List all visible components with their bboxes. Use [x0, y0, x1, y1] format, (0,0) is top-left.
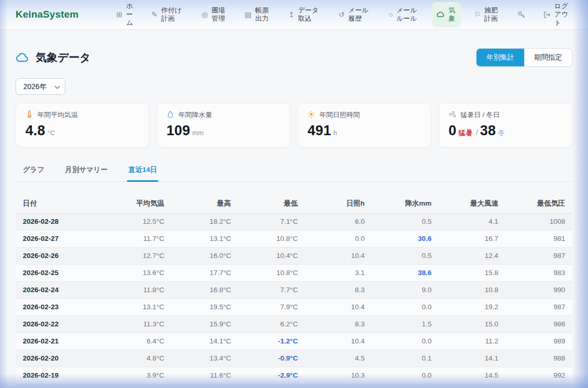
col-min-pressure: 最低気圧 [506, 194, 572, 213]
cell-min-temp: -0.9°C [239, 350, 305, 367]
card-label: 年間降水量 [178, 110, 212, 120]
nav-item-mail-rules[interactable]: ○ メールルール [384, 2, 424, 27]
cell-precipitation: 0.0 [372, 367, 439, 384]
table-row: 2026-02-2812.5°C18.2°C7.1°C6.00.54.11008 [16, 213, 572, 230]
logout-icon [543, 11, 551, 19]
cell-min-temp: 6.2°C [239, 315, 305, 333]
nav: ⊞ ホーム ✎ 作付け計画 ◎ 圃場管理 ▤ 帳票出力 ↥ データ取込 ↺ メー… [112, 0, 575, 29]
cell-avg-temp: 13.1°C [105, 298, 172, 315]
main-content: 気象データ 年別集計 期間指定 2026年 年間平均気温 4.8°C [0, 30, 588, 388]
nav-item-field-management[interactable]: ◎ 圃場管理 [197, 2, 232, 27]
tab-graph[interactable]: グラフ [22, 161, 45, 182]
cell-date: 2026-02-19 [16, 367, 105, 384]
cell-min-pressure: 983 [506, 264, 572, 281]
app-logo[interactable]: KeinaSystem [16, 9, 79, 20]
cell-sunshine: 10.4 [305, 298, 372, 315]
nav-item-weather[interactable]: 気象 [432, 2, 461, 27]
card-sunshine: 年間日照時間 491h [298, 103, 431, 148]
sun-icon [307, 110, 315, 120]
view-toggle: 年別集計 期間指定 [476, 48, 572, 67]
card-precipitation: 年間降水量 109mm [157, 103, 290, 148]
col-max-temp: 最高 [172, 194, 239, 213]
cell-min-pressure: 1008 [506, 213, 572, 230]
period-select-button[interactable]: 期間指定 [524, 49, 572, 66]
top-navigation-bar: KeinaSystem ⊞ ホーム ✎ 作付け計画 ◎ 圃場管理 ▤ 帳票出力 … [0, 0, 588, 30]
cell-date: 2026-02-22 [16, 315, 105, 333]
document-icon: ▤ [245, 10, 251, 19]
thermometer-icon [25, 110, 33, 120]
stat-cards: 年間平均気温 4.8°C 年間降水量 109mm 年間日照時間 491h [16, 103, 572, 148]
col-sunshine: 日照h [305, 194, 372, 213]
col-precipitation: 降水mm [372, 194, 439, 213]
cell-date: 2026-02-23 [16, 298, 105, 315]
upload-icon: ↥ [288, 10, 295, 19]
table-body: 2026-02-2812.5°C18.2°C7.1°C6.00.54.11008… [16, 213, 572, 384]
cell-max-temp: 15.9°C [172, 315, 239, 333]
table-row: 2026-02-2211.3°C15.9°C6.2°C8.31.515.0986 [16, 315, 572, 333]
bell-icon: ○ [388, 10, 393, 19]
col-max-wind: 最大風速 [439, 194, 506, 213]
tab-recent-14-days[interactable]: 直近14日 [127, 161, 158, 182]
cell-sunshine: 8.3 [305, 315, 372, 333]
table-row: 2026-02-193.9°C11.6°C-2.9°C10.30.014.599… [16, 367, 572, 384]
cell-min-pressure: 992 [506, 367, 572, 384]
cell-max-temp: 17.7°C [172, 264, 239, 281]
cell-sunshine: 0.0 [305, 230, 372, 247]
cell-min-temp: -2.9°C [239, 367, 305, 384]
tab-monthly-summary[interactable]: 月別サマリー [64, 161, 108, 182]
cell-max-temp: 16.0°C [172, 247, 239, 264]
cell-precipitation: 0.1 [372, 350, 439, 367]
nav-item-logout[interactable]: ログアウト [538, 2, 575, 27]
view-tabs: グラフ 月別サマリー 直近14日 [16, 161, 572, 182]
history-icon: ↺ [339, 10, 345, 19]
table-row: 2026-02-2612.7°C16.0°C10.4°C10.40.512.49… [16, 247, 572, 264]
pencil-icon: ✎ [151, 10, 158, 19]
cell-sunshine: 4.5 [305, 350, 372, 367]
nav-item-home[interactable]: ⊞ ホーム [112, 2, 139, 27]
cell-max-temp: 13.1°C [172, 230, 239, 247]
year-select[interactable]: 2026年 [16, 78, 65, 95]
pin-icon: ◎ [202, 10, 208, 19]
cell-sunshine: 8.3 [305, 281, 372, 298]
cloud-icon [437, 10, 445, 19]
cell-max-wind: 16.7 [439, 230, 506, 247]
cell-min-pressure: 981 [506, 230, 572, 247]
table-row: 2026-02-2513.6°C17.7°C10.8°C3.138.615.89… [16, 264, 572, 281]
col-min-temp: 最低 [239, 194, 305, 213]
cell-min-pressure: 988 [506, 350, 572, 367]
cell-min-temp: -1.2°C [239, 333, 305, 350]
cell-avg-temp: 12.5°C [105, 213, 172, 230]
cell-date: 2026-02-21 [16, 333, 105, 350]
cell-sunshine: 10.4 [305, 333, 372, 350]
cell-max-temp: 16.8°C [172, 281, 239, 298]
table-row: 2026-02-2411.8°C16.8°C7.7°C8.39.010.8990 [16, 281, 572, 298]
nav-item-report-output[interactable]: ▤ 帳票出力 [240, 2, 275, 27]
table-row: 2026-02-204.8°C13.4°C-0.9°C4.50.114.1988 [16, 350, 572, 367]
table-row: 2026-02-2313.1°C19.5°C7.9°C10.40.019.298… [16, 298, 572, 315]
cell-max-temp: 14.1°C [172, 333, 239, 350]
cell-precipitation: 0.0 [372, 298, 439, 315]
card-value: 109mm [166, 123, 281, 139]
cell-min-pressure: 987 [506, 298, 572, 315]
card-value: 4.8°C [25, 123, 139, 139]
cell-max-wind: 15.8 [439, 264, 506, 281]
cell-avg-temp: 11.7°C [105, 230, 172, 247]
cell-sunshine: 10.3 [305, 367, 372, 384]
nav-item-data-import[interactable]: ↥ データ取込 [284, 2, 325, 27]
hot-days-value: 0 [449, 123, 456, 138]
yearly-summary-button[interactable]: 年別集計 [477, 49, 524, 66]
cell-sunshine: 10.4 [305, 247, 372, 264]
wind-icon [449, 110, 456, 120]
cell-precipitation: 38.6 [372, 264, 439, 281]
col-date: 日付 [16, 194, 105, 213]
nav-item-planting-plan[interactable]: ✎ 作付け計画 [147, 2, 188, 27]
nav-item-key[interactable] [513, 2, 530, 27]
table-row: 2026-02-216.4°C14.1°C-1.2°C10.40.011.298… [16, 333, 572, 350]
cell-max-wind: 14.1 [439, 350, 506, 367]
cell-precipitation: 9.0 [372, 281, 439, 298]
cell-min-pressure: 986 [506, 315, 572, 333]
nav-item-mail-history[interactable]: ↺ メール履歴 [334, 2, 375, 27]
cell-avg-temp: 11.3°C [105, 315, 172, 333]
nav-item-fertilization-plan[interactable]: ⚐ 施肥計画 [469, 2, 504, 27]
flag-icon: ⚐ [474, 10, 481, 19]
